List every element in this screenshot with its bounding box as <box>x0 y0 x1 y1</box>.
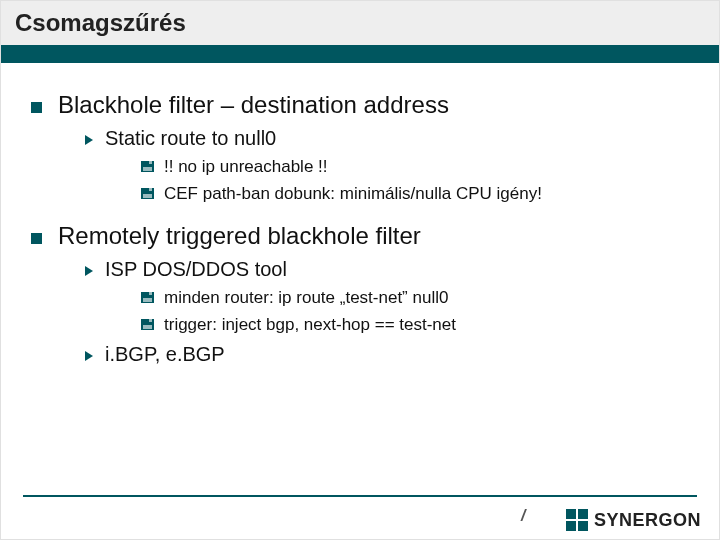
bullet-text: minden router: ip route „test-net” null0 <box>164 288 448 308</box>
slide-content: Blackhole filter – destination address S… <box>31 81 689 370</box>
synergon-logo-text: SYNERGON <box>594 510 701 531</box>
synergon-logo-icon <box>566 509 588 531</box>
triangle-bullet-icon <box>85 135 93 145</box>
bullet-lvl2: Static route to null0 <box>85 127 689 150</box>
triangle-bullet-icon <box>85 351 93 361</box>
slide-title: Csomagszűrés <box>1 1 719 45</box>
bullet-lvl2: i.BGP, e.BGP <box>85 343 689 366</box>
svg-rect-7 <box>143 298 152 302</box>
bullet-text: Remotely triggered blackhole filter <box>58 222 421 250</box>
svg-rect-12 <box>566 509 576 519</box>
bullet-lvl3: !! no ip unreachable !! <box>141 156 689 177</box>
bullet-lvl1: Remotely triggered blackhole filter <box>31 222 689 250</box>
footer-logo: SYNERGON <box>566 509 701 531</box>
bullet-text: ISP DOS/DDOS tool <box>105 258 287 281</box>
square-bullet-icon <box>31 102 42 113</box>
disk-bullet-icon <box>141 161 154 172</box>
square-bullet-icon <box>31 233 42 244</box>
disk-bullet-icon <box>141 292 154 303</box>
bullet-text: CEF path-ban dobunk: minimális/nulla CPU… <box>164 184 542 204</box>
bullet-text: trigger: inject bgp, next-hop == test-ne… <box>164 315 456 335</box>
svg-rect-13 <box>578 509 588 519</box>
footer-divider <box>23 495 697 497</box>
bullet-text: Blackhole filter – destination address <box>58 91 449 119</box>
svg-rect-11 <box>149 319 152 322</box>
bullet-lvl3: trigger: inject bgp, next-hop == test-ne… <box>141 314 689 335</box>
svg-rect-14 <box>566 521 576 531</box>
slide: Csomagszűrés Blackhole filter – destinat… <box>0 0 720 540</box>
bullet-lvl3: CEF path-ban dobunk: minimális/nulla CPU… <box>141 183 689 204</box>
bullet-text: Static route to null0 <box>105 127 276 150</box>
disk-bullet-icon <box>141 319 154 330</box>
svg-rect-10 <box>143 325 152 329</box>
footer-page-marker: / <box>521 507 525 525</box>
svg-rect-15 <box>578 521 588 531</box>
svg-rect-4 <box>143 194 152 198</box>
bullet-text: !! no ip unreachable !! <box>164 157 328 177</box>
bullet-text: i.BGP, e.BGP <box>105 343 225 366</box>
bullet-lvl1: Blackhole filter – destination address <box>31 91 689 119</box>
svg-rect-5 <box>149 188 152 191</box>
svg-rect-1 <box>143 167 152 171</box>
svg-rect-8 <box>149 292 152 295</box>
triangle-bullet-icon <box>85 266 93 276</box>
bullet-lvl3: minden router: ip route „test-net” null0 <box>141 287 689 308</box>
bullet-lvl2: ISP DOS/DDOS tool <box>85 258 689 281</box>
svg-rect-2 <box>149 161 152 164</box>
disk-bullet-icon <box>141 188 154 199</box>
